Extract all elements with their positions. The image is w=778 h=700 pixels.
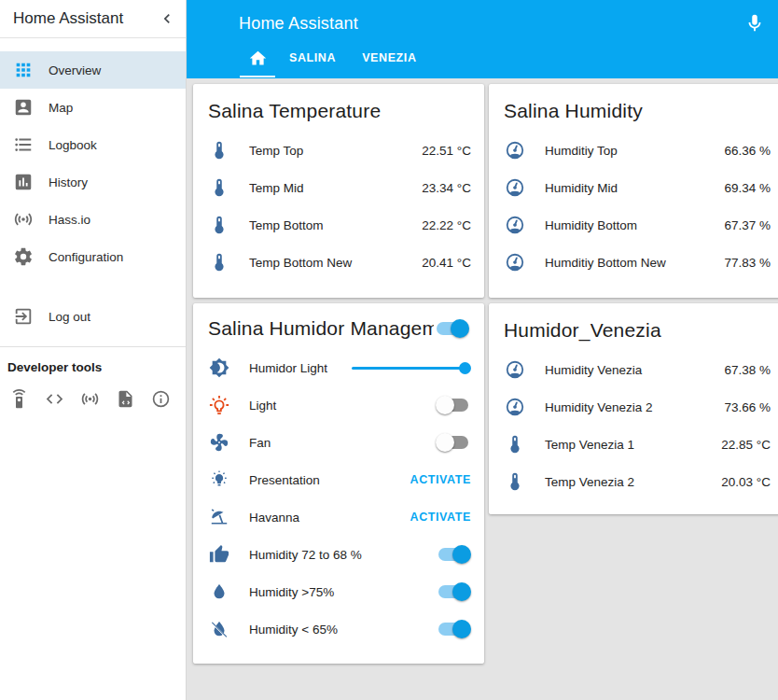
entity-row-fan[interactable]: Fan xyxy=(193,424,484,461)
sidebar-item-hassio[interactable]: Hass.io xyxy=(0,201,186,238)
entity-value: 67.37 % xyxy=(724,218,771,232)
sidebar-item-label: Logbook xyxy=(49,138,97,152)
file-code-icon[interactable] xyxy=(116,389,135,409)
entity-value: 23.34 °C xyxy=(422,181,471,195)
entity-value: 69.34 % xyxy=(724,181,771,195)
entity-row-temp-bottom-new[interactable]: Temp Bottom New 20.41 °C xyxy=(193,244,484,281)
brightness-slider[interactable] xyxy=(352,362,471,374)
entity-name: Temp Venezia 2 xyxy=(545,475,634,489)
entity-name: Humidity 72 to 68 % xyxy=(249,548,362,562)
entity-row-humidity-top[interactable]: Humditiy Top 66.36 % xyxy=(489,132,778,169)
developer-tools-label: Developer tools xyxy=(0,347,186,374)
sidebar-item-overview[interactable]: Overview xyxy=(0,51,186,89)
gauge-icon xyxy=(505,140,525,161)
entity-row-presentation[interactable]: Presentation ACTIVATE xyxy=(193,461,484,498)
humidity-above-75-toggle[interactable] xyxy=(436,582,471,601)
thermometer-icon xyxy=(209,140,229,161)
entity-name: Humidity Mid xyxy=(545,181,618,195)
entity-name: Presentation xyxy=(249,473,320,487)
remote-icon[interactable] xyxy=(9,389,29,409)
card-humidor-management: Salina Humidor Managem… Humidor Light Li… xyxy=(193,303,484,664)
entity-name: Temp Venezia 1 xyxy=(545,438,634,452)
sidebar-item-label: Map xyxy=(49,101,73,115)
entity-row-humidity-mid[interactable]: Humidity Mid 69.34 % xyxy=(489,169,778,206)
info-icon[interactable] xyxy=(151,389,171,409)
account-box-icon xyxy=(13,97,34,118)
entity-name: Humidity >75% xyxy=(249,585,334,599)
apps-grid-icon xyxy=(13,60,34,80)
chart-box-icon xyxy=(13,172,34,192)
fan-toggle[interactable] xyxy=(436,433,471,452)
sidebar-item-label: History xyxy=(49,175,88,189)
entity-value: 22.85 °C xyxy=(721,438,771,452)
brightness-icon xyxy=(209,357,229,378)
card-title: Salina Temperature xyxy=(193,84,484,124)
lightbulb-on-icon xyxy=(209,395,229,415)
view-tabs: SALINA VENEZIA xyxy=(187,43,778,78)
entity-value: 22.51 °C xyxy=(422,144,471,158)
gauge-icon xyxy=(505,215,525,235)
entity-name: Fan xyxy=(249,436,271,450)
broadcast-icon[interactable] xyxy=(80,389,100,409)
card-header-toggle[interactable] xyxy=(434,319,469,338)
entity-row-temp-venezia-1[interactable]: Temp Venezia 1 22.85 °C xyxy=(489,426,778,463)
developer-tools-row xyxy=(0,374,186,409)
entity-name: Humidity < 65% xyxy=(249,623,338,637)
entity-value: 67.38 % xyxy=(724,363,771,377)
entity-row-temp-venezia-2[interactable]: Temp Venezia 2 20.03 °C xyxy=(489,463,778,500)
entity-name: Havanna xyxy=(249,511,299,525)
activate-button[interactable]: ACTIVATE xyxy=(410,473,471,486)
entity-row-light[interactable]: Light xyxy=(193,386,484,424)
humidity-below-65-toggle[interactable] xyxy=(436,620,471,638)
code-tags-icon[interactable] xyxy=(45,389,64,409)
entity-row-humidity-below-65[interactable]: Humidity < 65% xyxy=(193,610,484,648)
activate-button[interactable]: ACTIVATE xyxy=(410,511,471,524)
entity-row-humidity-above-75[interactable]: Humidity >75% xyxy=(193,573,484,610)
entity-row-temp-top[interactable]: Temp Top 22.51 °C xyxy=(193,132,484,169)
entity-name: Humidor Light xyxy=(249,361,327,375)
entity-row-temp-bottom[interactable]: Temp Bottom 22.22 °C xyxy=(193,206,484,244)
water-off-icon xyxy=(209,619,229,639)
tab-home[interactable] xyxy=(239,43,276,78)
sidebar-collapse-button[interactable] xyxy=(158,9,176,28)
water-drop-icon xyxy=(209,581,229,602)
entity-value: 73.66 % xyxy=(724,400,771,414)
entity-row-temp-mid[interactable]: Temp Mid 23.34 °C xyxy=(193,169,484,206)
beach-umbrella-icon xyxy=(209,507,229,527)
entity-row-havanna[interactable]: Havanna ACTIVATE xyxy=(193,498,484,536)
entity-name: Temp Bottom xyxy=(249,218,324,232)
gauge-icon xyxy=(505,397,525,417)
entity-name: Humditiy Top xyxy=(545,144,618,158)
chevron-left-icon xyxy=(158,9,176,28)
entity-row-humidity-bottom[interactable]: Humidity Bottom 67.37 % xyxy=(489,206,778,244)
entity-row-humidity-72-68[interactable]: Humidity 72 to 68 % xyxy=(193,536,484,573)
sidebar-header: Home Assistant xyxy=(0,0,186,38)
entity-row-humidor-light[interactable]: Humidor Light xyxy=(193,349,484,386)
gear-icon xyxy=(13,246,34,267)
light-toggle[interactable] xyxy=(436,396,471,414)
card-title: Salina Humidor Managem… xyxy=(208,317,434,340)
entity-row-humidity-venezia[interactable]: Humidity Venezia 67.38 % xyxy=(489,351,778,388)
card-salina-temperature: Salina Temperature Temp Top 22.51 °C Tem… xyxy=(193,84,484,298)
entity-row-humidity-venezia-2[interactable]: Humidity Venezia 2 73.66 % xyxy=(489,388,778,426)
presentation-light-icon xyxy=(209,469,229,490)
entity-row-humidity-bottom-new[interactable]: Humditiy Bottom New 77.83 % xyxy=(489,244,778,281)
sidebar-item-label: Hass.io xyxy=(49,213,90,227)
humidity-72-68-toggle[interactable] xyxy=(436,545,471,564)
home-icon xyxy=(248,49,268,68)
sidebar-item-logout[interactable]: Log out xyxy=(0,298,186,335)
sidebar-item-logbook[interactable]: Logbook xyxy=(0,126,186,163)
list-icon xyxy=(13,134,34,155)
page-title: Home Assistant xyxy=(239,14,358,34)
card-title: Humidor_Venezia xyxy=(489,303,778,343)
sidebar-nav: Overview Map Logbook History Hass.io Con… xyxy=(0,38,186,335)
sidebar-item-history[interactable]: History xyxy=(0,163,186,201)
entity-name: Light xyxy=(249,399,276,413)
sidebar-item-configuration[interactable]: Configuration xyxy=(0,238,186,275)
card-title: Salina Humidity xyxy=(489,84,778,124)
tab-venezia[interactable]: VENEZIA xyxy=(349,43,429,78)
sidebar-item-map[interactable]: Map xyxy=(0,89,186,126)
tab-salina[interactable]: SALINA xyxy=(276,43,349,78)
entity-name: Temp Bottom New xyxy=(249,256,352,270)
microphone-button[interactable] xyxy=(744,13,765,34)
